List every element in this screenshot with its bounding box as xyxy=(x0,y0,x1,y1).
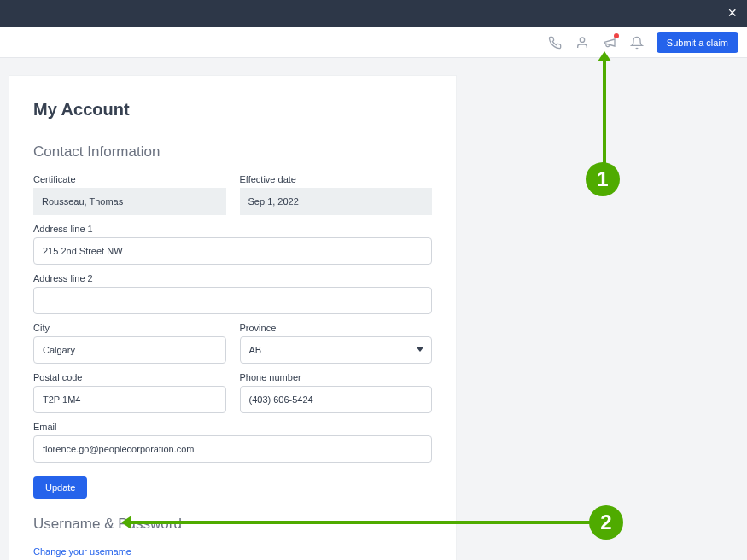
megaphone-icon[interactable] xyxy=(602,35,617,50)
annotation-arrow-1 xyxy=(603,60,606,164)
top-dark-bar: × xyxy=(0,0,747,27)
annotation-callout-2: 2 xyxy=(589,505,623,540)
certificate-label: Certificate xyxy=(33,174,226,184)
bell-icon[interactable] xyxy=(629,35,645,50)
certificate-value: Rousseau, Thomas xyxy=(33,188,226,215)
postal-label: Postal code xyxy=(33,372,226,382)
postal-input[interactable] xyxy=(33,386,226,413)
email-label: Email xyxy=(33,422,432,432)
phone-label: Phone number xyxy=(240,372,433,382)
annotation-callout-1: 1 xyxy=(586,162,620,196)
user-icon[interactable] xyxy=(575,35,590,50)
account-panel: My Account Contact Information Certifica… xyxy=(9,75,457,560)
svg-point-0 xyxy=(580,38,584,42)
close-icon[interactable]: × xyxy=(727,5,737,20)
province-select[interactable] xyxy=(240,336,433,364)
header-bar: Submit a claim xyxy=(0,27,747,58)
annotation-arrow-2 xyxy=(130,521,591,524)
address1-label: Address line 1 xyxy=(33,224,432,234)
city-input[interactable] xyxy=(33,336,226,364)
effective-date-value: Sep 1, 2022 xyxy=(240,188,433,215)
address2-label: Address line 2 xyxy=(33,273,432,283)
phone-input[interactable] xyxy=(240,386,433,413)
update-button[interactable]: Update xyxy=(33,476,87,499)
page-title: My Account xyxy=(33,100,432,120)
effective-date-label: Effective date xyxy=(240,174,433,184)
address2-input[interactable] xyxy=(33,287,432,314)
email-input[interactable] xyxy=(33,435,432,463)
change-username-link[interactable]: Change your username xyxy=(33,546,432,557)
submit-claim-button[interactable]: Submit a claim xyxy=(657,32,738,53)
phone-icon[interactable] xyxy=(547,35,563,50)
notification-dot xyxy=(614,33,619,38)
contact-section-title: Contact Information xyxy=(33,143,432,160)
address1-input[interactable] xyxy=(33,237,432,265)
credentials-section-title: Username & Password xyxy=(33,516,432,533)
province-label: Province xyxy=(240,323,433,333)
city-label: City xyxy=(33,323,226,333)
